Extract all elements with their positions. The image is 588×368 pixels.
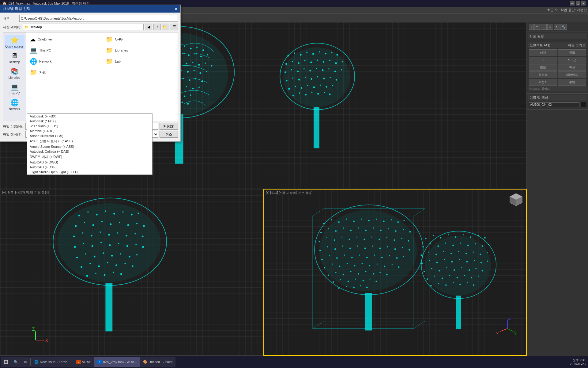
color-swatch[interactable]	[581, 102, 586, 107]
svg-point-323	[473, 251, 474, 253]
obj-type-torus[interactable]: 토러스	[529, 71, 557, 78]
svg-point-159	[74, 246, 76, 248]
svg-point-205	[368, 220, 370, 221]
viewport-perspective[interactable]: [+] [투시] [사용자 정의] [기본 음영]	[263, 189, 527, 356]
save-location-display[interactable]: 📁 Desktop	[23, 24, 144, 30]
svg-point-252	[336, 257, 338, 259]
nav-this-pc[interactable]: 💻 This PC	[5, 82, 24, 96]
cube-nav-icon[interactable]	[508, 192, 524, 207]
svg-point-317	[428, 251, 429, 253]
svg-point-211	[320, 232, 322, 233]
file-item-libraries[interactable]: 📁 Libraries	[104, 46, 175, 55]
svg-point-239	[334, 248, 336, 250]
svg-point-267	[362, 263, 363, 264]
task-view-button[interactable]: ⧉	[21, 357, 30, 367]
file-item-network[interactable]: 🌐 Network	[28, 57, 100, 66]
fileformat-select[interactable]: Autodesk (*.FBX)	[25, 131, 158, 138]
svg-point-165	[126, 245, 128, 247]
file-item-ohg[interactable]: 📁 OHG	[104, 35, 175, 44]
svg-point-148	[136, 223, 138, 224]
taskbar-3dsmax[interactable]: 3 024_Vray.max - Auto...	[94, 357, 140, 367]
nav-network[interactable]: 🌐 Network	[5, 98, 24, 112]
new-folder-btn[interactable]: 📁+	[162, 24, 169, 30]
obj-type-box[interactable]: 상자	[529, 49, 557, 56]
cancel-button[interactable]: 취소	[160, 131, 178, 138]
svg-point-266	[354, 265, 355, 266]
svg-point-237	[319, 250, 321, 251]
chrome-icon: 🌐	[34, 360, 39, 364]
nav-quick-access[interactable]: ⭐ Quick access	[5, 35, 24, 49]
view-toggle-btn[interactable]: ☰	[171, 24, 178, 30]
nav-desktop[interactable]: 🖥 Desktop	[5, 51, 24, 65]
start-button[interactable]: ⊞	[1, 357, 11, 367]
svg-line-371	[507, 328, 514, 332]
object-name-input[interactable]	[529, 102, 579, 107]
taskbar-vray[interactable]: V VRAY	[73, 357, 94, 367]
obj-type-tube[interactable]: 튜브	[558, 64, 586, 71]
svg-point-354	[438, 283, 439, 284]
obj-type-cylinder[interactable]: 원을	[529, 64, 557, 71]
file-item-onedrive[interactable]: ☁ OneDrive	[28, 35, 100, 44]
filename-input[interactable]	[25, 123, 158, 130]
svg-point-355	[445, 284, 447, 286]
svg-point-179	[107, 262, 108, 263]
vray-icon: V	[76, 360, 81, 364]
taskbar-paint[interactable]: 🎨 Untitled1 - Paint	[140, 357, 175, 367]
panel-btn-display[interactable]: ☀	[554, 24, 560, 30]
save-dialog[interactable]: 내보낼 파일 선택 ✕ 내부: 저장 위치(I): 📁 Desktop ◀ ↑ …	[0, 5, 181, 142]
svg-point-248	[402, 247, 403, 248]
close-button[interactable]: ✕	[581, 1, 586, 6]
svg-point-303	[470, 236, 472, 238]
obj-type-geosphere[interactable]: 지구면	[558, 57, 586, 63]
name-color-title: 이름 및 색상	[528, 95, 587, 101]
svg-rect-188	[105, 283, 112, 332]
nav-desktop-label: Desktop	[9, 60, 20, 64]
search-button[interactable]: 🔍	[11, 357, 21, 367]
svg-point-298	[433, 235, 434, 236]
obj-type-sphere[interactable]: 구	[529, 57, 557, 63]
svg-point-230	[364, 239, 365, 240]
obj-type-pyramid[interactable]: 피라미드	[558, 71, 586, 78]
svg-point-301	[455, 236, 457, 238]
file-item-data[interactable]: 📁 자료	[28, 68, 100, 77]
svg-line-362	[313, 209, 324, 216]
svg-point-330	[451, 261, 453, 263]
viewport-left[interactable]: [+] [왼쪽] [사용자 정의] [기본 음영] X	[0, 189, 263, 356]
svg-point-152	[91, 235, 92, 236]
libraries-file-icon: 📁	[106, 47, 113, 54]
svg-point-268	[369, 265, 370, 266]
panel-btn-motion[interactable]: ◎	[547, 24, 553, 30]
svg-point-347	[442, 278, 443, 279]
save-button[interactable]: 저장(S)	[160, 123, 178, 130]
svg-point-149	[143, 225, 145, 227]
svg-point-319	[443, 251, 444, 252]
svg-point-271	[391, 264, 393, 266]
path-input[interactable]	[19, 15, 178, 22]
maximize-button[interactable]: □	[576, 1, 580, 6]
nav-up-btn[interactable]: ↑	[153, 24, 161, 30]
obj-type-cone[interactable]: 원뿔	[558, 49, 586, 56]
nav-back-btn[interactable]: ◀	[145, 24, 152, 30]
svg-point-332	[466, 261, 468, 263]
panel-btn-utilities[interactable]: 🔧	[560, 24, 567, 30]
svg-point-201	[338, 221, 340, 223]
panel-btn-hierarchy[interactable]: ⋮	[541, 24, 547, 30]
obj-type-teapot[interactable]: 주전자	[529, 79, 557, 86]
panel-btn-create[interactable]: +	[529, 24, 534, 30]
svg-point-307	[430, 243, 431, 244]
svg-point-198	[319, 210, 417, 291]
dialog-close-button[interactable]: ✕	[174, 6, 178, 11]
taskbar-chrome[interactable]: 🌐 New Issue - Zeroh...	[31, 357, 73, 367]
file-item-this-pc[interactable]: 💻 This PC	[28, 46, 100, 55]
svg-point-200	[331, 219, 332, 220]
obj-type-plane[interactable]: 평면	[558, 79, 586, 86]
svg-point-210	[404, 220, 405, 221]
svg-point-316	[420, 254, 422, 256]
svg-point-311	[460, 243, 461, 244]
file-item-lab[interactable]: 📁 Lab	[104, 57, 175, 66]
panel-btn-modify[interactable]: ✏	[534, 24, 540, 30]
nav-libraries[interactable]: 📚 Libraries	[5, 66, 24, 81]
minimize-button[interactable]: ─	[570, 1, 575, 6]
svg-point-258	[381, 257, 383, 258]
svg-point-265	[347, 263, 348, 264]
